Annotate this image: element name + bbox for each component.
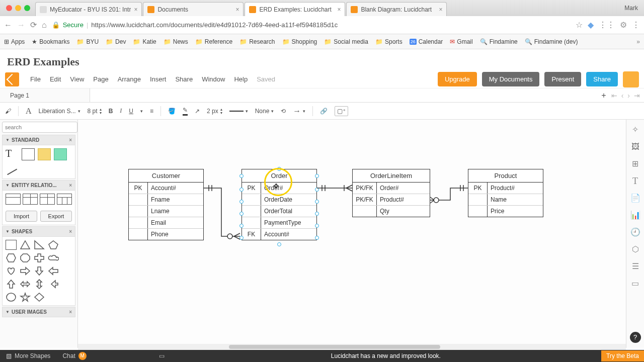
forward-icon[interactable]: → bbox=[17, 21, 25, 30]
my-documents-button[interactable]: My Documents bbox=[482, 72, 540, 86]
text-options-icon[interactable]: ▾ bbox=[140, 109, 143, 114]
circle-shape-icon[interactable] bbox=[6, 292, 17, 302]
bookmark-folder[interactable]: 📁Katie bbox=[133, 38, 156, 45]
menu-share[interactable]: Share bbox=[175, 75, 193, 83]
theme-icon[interactable]: 🖼 bbox=[630, 142, 640, 152]
erd-entity-shape-icon[interactable] bbox=[23, 194, 38, 205]
panel-header-entity[interactable]: ▼ENTITY RELATIO...× bbox=[2, 180, 75, 191]
text-color-icon[interactable]: A bbox=[26, 107, 32, 116]
page-prev-icon[interactable]: ‹ bbox=[619, 92, 626, 100]
bookmarks-overflow-icon[interactable]: » bbox=[636, 38, 640, 45]
profile-name[interactable]: Mark bbox=[624, 5, 638, 12]
close-icon[interactable]: × bbox=[69, 309, 72, 315]
flip-icon[interactable]: ⟲ bbox=[281, 108, 286, 115]
panel-header-user-images[interactable]: ▼USER IMAGES× bbox=[2, 307, 75, 317]
bookmark-folder[interactable]: 📁BYU bbox=[76, 38, 99, 45]
extension-icon[interactable]: ◆ bbox=[588, 20, 594, 30]
browser-tab[interactable]: Blank Diagram: Lucidchart× bbox=[346, 2, 447, 16]
share-button[interactable]: Share bbox=[586, 72, 618, 86]
shape-search-input[interactable] bbox=[2, 122, 77, 133]
bookmark-folder[interactable]: 📁Shopping bbox=[282, 38, 317, 45]
layers-icon[interactable]: ☰ bbox=[630, 261, 640, 272]
url-box[interactable]: 🔒 Secure | https://www.lucidchart.com/do… bbox=[52, 21, 571, 29]
arrow-style-select[interactable]: →▾ bbox=[293, 107, 305, 116]
menu-file[interactable]: File bbox=[30, 75, 41, 83]
stroke-width-input[interactable]: 2 px▴▾ bbox=[207, 108, 222, 115]
close-window-icon[interactable] bbox=[6, 5, 12, 11]
extension-icon[interactable]: ⋮⋮ bbox=[599, 20, 615, 30]
erd-entity-shape-icon[interactable] bbox=[57, 194, 72, 205]
align-icon[interactable]: ≡ bbox=[150, 108, 153, 115]
bookmark-item[interactable]: 🔍Findamine bbox=[480, 38, 518, 45]
present-icon[interactable]: ▭ bbox=[630, 279, 640, 289]
scrollbar-thumb[interactable] bbox=[229, 345, 440, 349]
cube-icon[interactable]: ⬡ bbox=[630, 244, 640, 254]
bookmark-item[interactable]: 🔍Findamine (dev) bbox=[525, 38, 578, 45]
erd-entity-shape-icon[interactable] bbox=[40, 194, 55, 205]
page-first-icon[interactable]: ⇤ bbox=[609, 92, 619, 100]
close-tab-icon[interactable]: × bbox=[235, 6, 239, 13]
link-icon[interactable]: 🔗 bbox=[320, 108, 328, 115]
close-tab-icon[interactable]: × bbox=[439, 6, 442, 13]
fill-icon[interactable]: 🪣 bbox=[168, 108, 176, 115]
bookmark-item[interactable]: ⊞Apps bbox=[4, 38, 25, 45]
close-tab-icon[interactable]: × bbox=[337, 6, 341, 13]
home-icon[interactable]: ⌂ bbox=[42, 21, 47, 30]
rectangle-shape-icon[interactable] bbox=[22, 148, 35, 160]
pentagon-shape-icon[interactable] bbox=[48, 240, 59, 250]
page-icon[interactable]: 📄 bbox=[630, 193, 640, 203]
chat-button[interactable]: ChatM bbox=[56, 352, 92, 360]
close-icon[interactable]: × bbox=[69, 183, 72, 188]
line-end-select[interactable]: None▾ bbox=[255, 108, 274, 115]
italic-icon[interactable]: I bbox=[120, 107, 122, 115]
diagram-canvas[interactable]: Customer PKAccount# Fname Lname Email Ph… bbox=[78, 120, 626, 348]
minimize-window-icon[interactable] bbox=[15, 5, 21, 11]
back-icon[interactable]: ← bbox=[4, 21, 12, 30]
page-tab[interactable]: Page 1 bbox=[0, 88, 90, 102]
lucidchart-logo-icon[interactable] bbox=[5, 72, 19, 86]
menu-help[interactable]: Help bbox=[234, 75, 248, 83]
entity-customer[interactable]: Customer PKAccount# Fname Lname Email Ph… bbox=[128, 169, 204, 240]
bookmark-item[interactable]: ★Bookmarks bbox=[32, 38, 69, 45]
underline-icon[interactable]: U bbox=[129, 108, 133, 115]
panel-header-shapes[interactable]: ▼SHAPES× bbox=[2, 226, 75, 237]
line-style-select[interactable]: ▾ bbox=[229, 109, 248, 114]
entity-orderlineitem[interactable]: OrderLineItem PK/FKOrder# PK/FKProduct# … bbox=[352, 169, 430, 217]
right-triangle-shape-icon[interactable] bbox=[34, 240, 45, 250]
layers-icon[interactable]: ▢⁺ bbox=[335, 106, 348, 116]
close-icon[interactable]: × bbox=[69, 229, 72, 234]
star-icon[interactable]: ☆ bbox=[576, 20, 583, 30]
bookmark-folder[interactable]: 📁News bbox=[164, 38, 188, 45]
selection-handle[interactable] bbox=[277, 242, 281, 246]
bookmark-folder[interactable]: 📁Research bbox=[239, 38, 275, 45]
bookmark-folder[interactable]: 📁Dev bbox=[106, 38, 126, 45]
triangle-shape-icon[interactable] bbox=[20, 240, 31, 250]
cloud-shape-icon[interactable] bbox=[48, 253, 59, 263]
menu-icon[interactable]: ⋮ bbox=[632, 20, 640, 30]
bookmark-item[interactable]: 26Calendar bbox=[410, 38, 443, 45]
heart-shape-icon[interactable] bbox=[6, 266, 17, 276]
upgrade-button[interactable]: Upgrade bbox=[438, 72, 477, 86]
hotspot-shape-icon[interactable] bbox=[54, 148, 67, 160]
arrow-right-shape-icon[interactable] bbox=[20, 266, 31, 276]
close-tab-icon[interactable]: × bbox=[134, 6, 137, 13]
menu-insert[interactable]: Insert bbox=[150, 75, 167, 83]
star-shape-icon[interactable] bbox=[20, 292, 31, 302]
square-shape-icon[interactable] bbox=[6, 240, 17, 250]
bookmark-folder[interactable]: 📁Sports bbox=[375, 38, 403, 45]
font-select[interactable]: Liberation S...▾ bbox=[39, 108, 80, 115]
arrow-left-shape-icon[interactable] bbox=[48, 266, 59, 276]
help-icon[interactable]: ? bbox=[630, 332, 641, 343]
import-button[interactable]: Import bbox=[6, 211, 37, 222]
menu-window[interactable]: Window bbox=[202, 75, 225, 83]
diamond-shape-icon[interactable] bbox=[34, 292, 45, 302]
callout-shape-icon[interactable] bbox=[48, 279, 59, 289]
page-last-icon[interactable]: ⇥ bbox=[632, 92, 644, 100]
menu-edit[interactable]: Edit bbox=[50, 75, 61, 83]
menu-view[interactable]: View bbox=[70, 75, 84, 83]
arrow-up-shape-icon[interactable] bbox=[6, 279, 17, 289]
relationship-line[interactable] bbox=[430, 185, 470, 205]
octagon-shape-icon[interactable] bbox=[20, 253, 31, 263]
entity-product[interactable]: Product PKProduct# Name Price bbox=[468, 169, 543, 217]
bold-icon[interactable]: B bbox=[109, 108, 113, 115]
